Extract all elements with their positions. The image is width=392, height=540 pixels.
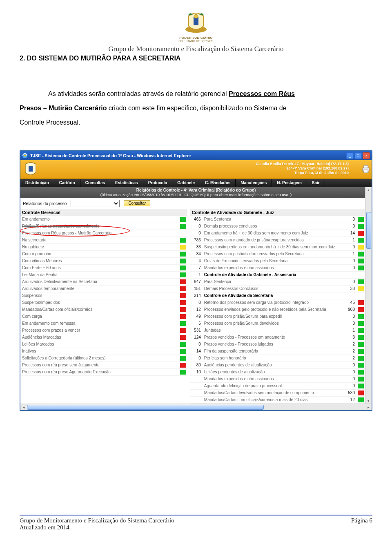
right-row[interactable]: 531Juntadas1 bbox=[190, 327, 365, 334]
left-row[interactable]: Inativos bbox=[20, 348, 187, 355]
para-text-post: criado com este fim específico, disponib… bbox=[107, 105, 286, 112]
print-icon[interactable] bbox=[361, 160, 372, 179]
left-row[interactable]: Em andamento bbox=[20, 216, 187, 223]
menu-estatisticas[interactable]: Estatísticas bbox=[110, 179, 143, 187]
right-row[interactable]: 49Processos com prisão/Soltura para expe… bbox=[190, 313, 365, 320]
left-row[interactable]: Prisões/Solturas aguardando cumprimento bbox=[20, 223, 187, 230]
left-row[interactable]: Leilões Marcados bbox=[20, 341, 187, 348]
scrollbar-thumb[interactable] bbox=[366, 212, 371, 249]
right-row[interactable]: 151Demais Processos Conclusos33 bbox=[190, 286, 365, 292]
hscroll-left-button[interactable]: ◂ bbox=[20, 404, 27, 410]
right-row[interactable]: 6Processos com prisão/Soltura devolvidos… bbox=[190, 320, 365, 327]
right-row[interactable]: 10Leilões pendentes de atualização0 bbox=[190, 369, 365, 376]
right-row[interactable]: 0Prazos vencidos - Processos julgados2 bbox=[190, 341, 365, 348]
row-left-number: 0 bbox=[190, 300, 203, 305]
right-row[interactable]: Mandados expedidos e não assinados0 bbox=[190, 376, 365, 383]
menu-protocolo[interactable]: Protocolo bbox=[143, 179, 173, 187]
left-row[interactable]: Com carga bbox=[20, 313, 187, 320]
left-row-label: Processos com réu preso Aguardando Execu… bbox=[20, 370, 179, 374]
row-label: Mandados/Cartas devolvidos sem anotação … bbox=[203, 390, 344, 395]
window-close-button[interactable]: × bbox=[363, 152, 370, 159]
row-value: 14 bbox=[344, 231, 356, 235]
right-row[interactable]: Mandados/Cartas com oficiais/correios a … bbox=[190, 397, 365, 404]
right-row[interactable]: 34Processos com prisão/soltura enviados … bbox=[190, 251, 365, 258]
left-row-label: Audiências Marcadas bbox=[20, 335, 179, 339]
right-row[interactable]: 466Para Sentença0 bbox=[190, 216, 365, 223]
left-row-label: Com o promotor bbox=[20, 252, 179, 256]
left-row[interactable]: Lei Maria da Penha bbox=[20, 272, 187, 279]
hscroll-thumb[interactable] bbox=[27, 405, 264, 410]
left-row-label: Lei Maria da Penha bbox=[20, 272, 179, 277]
left-row[interactable]: Com Parte + 60 anos bbox=[20, 265, 187, 272]
left-row[interactable]: Processos com réu preso Aguardando Execu… bbox=[20, 369, 187, 376]
scrollbar-track[interactable] bbox=[365, 198, 372, 209]
hscroll-right-button[interactable]: ▸ bbox=[365, 404, 372, 410]
left-row[interactable]: Com o promotor bbox=[20, 251, 187, 258]
left-row-label: Em andamento bbox=[20, 217, 179, 221]
right-row[interactable]: 80Audiências pendentes de atualização0 bbox=[190, 362, 365, 369]
vertical-scrollbar[interactable] bbox=[365, 209, 372, 404]
menu-gabinete[interactable]: Gabinete bbox=[172, 179, 200, 187]
status-square bbox=[358, 279, 364, 284]
right-row[interactable]: 0Retorno dos processos sem carga via pro… bbox=[190, 299, 365, 306]
left-row[interactable]: Suspeitos/Impedidos bbox=[20, 299, 187, 306]
status-square bbox=[180, 370, 186, 375]
right-row[interactable]: 4Guias de Execuções enviadas pela Secret… bbox=[190, 258, 365, 265]
left-row[interactable]: No gabinete bbox=[20, 244, 187, 251]
menu-distribuicao[interactable]: Distribuição bbox=[20, 179, 54, 187]
left-row[interactable]: Processos com prazos a vencer bbox=[20, 327, 187, 334]
right-row[interactable]: 0Em andamento há + de 30 dias sem movime… bbox=[190, 230, 365, 237]
left-row[interactable]: Com vítimas Menores bbox=[20, 258, 187, 265]
status-square bbox=[180, 245, 186, 250]
scrollbar-up-button[interactable] bbox=[365, 187, 372, 198]
menu-consultas[interactable]: Consultas bbox=[80, 179, 110, 187]
svg-rect-5 bbox=[29, 166, 33, 172]
right-row[interactable]: 786Processos com mandado de prisão/recap… bbox=[190, 237, 365, 244]
status-square bbox=[358, 259, 364, 263]
right-row[interactable]: 847Para Sentença0 bbox=[190, 279, 365, 286]
right-row[interactable]: 33Suspeitos/impedidos em andamento há + … bbox=[190, 244, 365, 251]
right-row[interactable]: 12Processos enviados pelo protocolo e nã… bbox=[190, 306, 365, 313]
left-row[interactable]: Processos com Réus presos - Mutirão Carc… bbox=[20, 230, 187, 237]
right-row[interactable]: 0Perícias sem honorário2 bbox=[190, 355, 365, 362]
right-row[interactable]: 124Prazos vencidos - Processos em andame… bbox=[190, 334, 365, 341]
right-row[interactable]: 14Fim da suspensão temporária2 bbox=[190, 348, 365, 355]
left-row[interactable]: Audiências Marcadas bbox=[20, 334, 187, 341]
window-maximize-button[interactable]: □ bbox=[354, 152, 362, 159]
controls-row: Relatórios do processo Consultar bbox=[20, 198, 372, 209]
menu-sair[interactable]: Sair bbox=[307, 179, 325, 187]
status-square bbox=[358, 335, 364, 340]
left-row[interactable]: Processos com réu preso sem Julgamento bbox=[20, 362, 187, 369]
row-value: 0 bbox=[344, 217, 356, 221]
left-row[interactable]: Na secretaria bbox=[20, 237, 187, 244]
left-row[interactable]: Arquivados temporariamente bbox=[20, 286, 187, 292]
right-row[interactable]: Aguardando definição de prazo processual… bbox=[190, 383, 365, 390]
report-select[interactable] bbox=[71, 200, 120, 207]
left-row[interactable]: Em andamento com remessa bbox=[20, 320, 187, 327]
row-label: Retorno dos processos sem carga via prot… bbox=[203, 300, 344, 305]
consult-button[interactable]: Consultar bbox=[124, 200, 150, 206]
right-row[interactable]: Mandados/Cartas devolvidos sem anotação … bbox=[190, 390, 365, 397]
left-row[interactable]: Solicitações à Corregedoria (últimos 2 m… bbox=[20, 355, 187, 362]
status-square bbox=[358, 266, 364, 270]
report-info[interactable]: (última atualização em 26/05/2010 às 16:… bbox=[20, 192, 372, 197]
menu-npostagem[interactable]: N. Postagem bbox=[272, 179, 307, 187]
row-label: Demais Processos Conclusos bbox=[203, 286, 344, 291]
row-left-number: 0 bbox=[190, 231, 203, 235]
menu-cartorio[interactable]: Cartório bbox=[54, 179, 80, 187]
right-row[interactable]: 7Mandados expedidos e não assinados0 bbox=[190, 265, 365, 272]
left-row[interactable]: Arquivados Definitivamente na Secretaria bbox=[20, 279, 187, 286]
status-square bbox=[180, 286, 186, 291]
left-row[interactable]: Suspensos bbox=[20, 292, 187, 299]
menu-cmandados[interactable]: C. Mandados bbox=[200, 179, 236, 187]
row-left-number: 466 bbox=[190, 217, 203, 221]
row-left-number: 0 bbox=[190, 356, 203, 360]
status-square bbox=[358, 321, 364, 326]
horizontal-scrollbar[interactable]: ◂ ▸ bbox=[20, 404, 372, 410]
left-row[interactable]: Mandados/Cartas com oficiais/correios bbox=[20, 306, 187, 313]
right-row[interactable]: 0Demais processos conclusos0 bbox=[190, 223, 365, 230]
window-minimize-button[interactable]: _ bbox=[346, 152, 354, 159]
para-link-2: Presos – Mutirão Carcerário bbox=[20, 105, 107, 112]
menu-manutencoes[interactable]: Manutenções bbox=[236, 179, 272, 187]
row-left-number: 12 bbox=[190, 307, 203, 312]
